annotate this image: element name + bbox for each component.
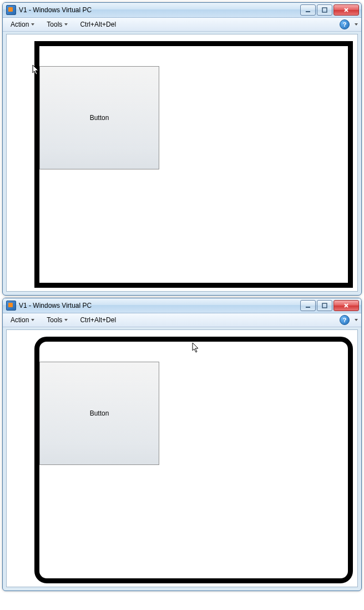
menu-cad-label: Ctrl+Alt+Del [80,21,116,28]
vm-window: V1 - Windows Virtual PC Action Tools Ctr… [2,2,362,296]
close-icon [343,7,349,13]
menu-action[interactable]: Action [6,315,39,325]
titlebar[interactable]: V1 - Windows Virtual PC [3,3,361,18]
chevron-down-icon [64,23,68,26]
menu-action[interactable]: Action [6,19,39,29]
minimize-icon [305,7,311,13]
svg-rect-2 [306,307,310,308]
app-icon [6,301,16,311]
menu-tools-label: Tools [47,316,62,324]
menubar: Action Tools Ctrl+Alt+Del ? [3,313,361,327]
guest-desktop-frame: Button [34,41,353,288]
chevron-down-icon [31,319,34,321]
close-icon [343,303,349,308]
help-icon: ? [343,317,347,323]
menu-action-label: Action [11,316,29,324]
window-title: V1 - Windows Virtual PC [19,6,92,14]
menu-cad-label: Ctrl+Alt+Del [80,316,116,324]
vm-display-area[interactable]: Button [6,329,358,587]
chevron-down-icon [31,23,34,26]
help-button[interactable]: ? [340,19,350,29]
chevron-down-icon [355,23,358,26]
menubar: Action Tools Ctrl+Alt+Del ? [3,18,361,32]
close-button[interactable] [333,300,359,311]
window-title: V1 - Windows Virtual PC [19,302,92,309]
help-icon: ? [343,21,347,28]
guest-button[interactable]: Button [39,362,159,465]
minimize-icon [305,303,311,308]
minimize-button[interactable] [300,4,316,16]
minimize-button[interactable] [300,300,316,311]
guest-button[interactable]: Button [39,66,159,169]
menu-ctrl-alt-del[interactable]: Ctrl+Alt+Del [75,19,120,29]
menu-tools[interactable]: Tools [42,315,72,325]
menu-ctrl-alt-del[interactable]: Ctrl+Alt+Del [75,315,120,325]
chevron-down-icon [64,319,68,321]
menu-tools[interactable]: Tools [42,19,72,29]
window-controls [300,4,359,16]
window-controls [300,300,359,311]
guest-button-label: Button [90,409,109,417]
vm-window: V1 - Windows Virtual PC Action Tools Ctr… [2,298,362,591]
guest-button-label: Button [90,114,109,122]
svg-rect-3 [322,303,327,308]
vm-display-area[interactable]: Button [6,34,358,292]
maximize-icon [322,7,327,13]
guest-desktop-frame: Button [34,337,353,583]
app-icon [6,5,16,15]
maximize-icon [322,303,327,308]
help-button[interactable]: ? [340,315,350,325]
chevron-down-icon [355,319,358,321]
close-button[interactable] [333,4,359,16]
menu-tools-label: Tools [47,21,62,28]
svg-rect-0 [306,11,310,12]
menu-action-label: Action [11,21,29,28]
maximize-button[interactable] [317,300,332,311]
titlebar[interactable]: V1 - Windows Virtual PC [3,298,361,313]
svg-rect-1 [322,8,327,12]
maximize-button[interactable] [317,4,332,16]
